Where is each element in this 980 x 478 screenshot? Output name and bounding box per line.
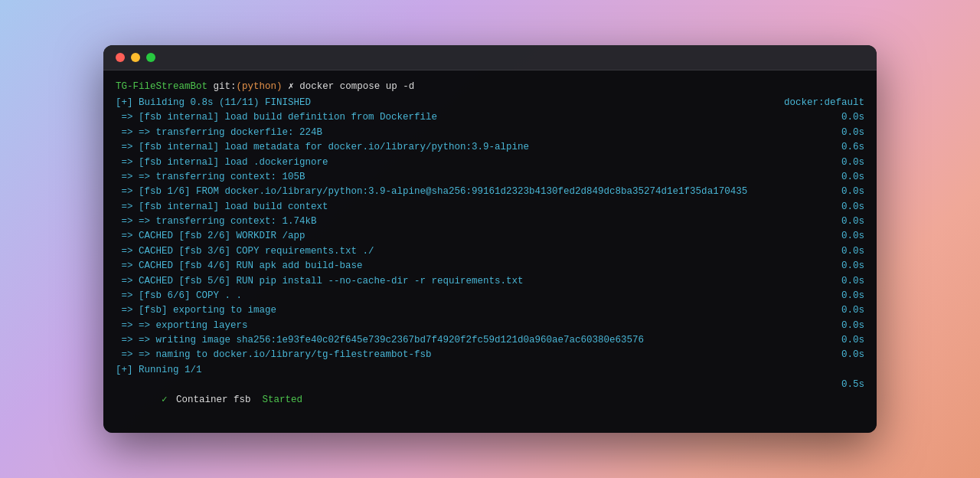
- line-timing: 0.0s: [826, 319, 864, 333]
- line-text: => [fsb internal] load build context: [116, 200, 328, 214]
- maximize-button[interactable]: [146, 53, 155, 62]
- line-timing: 0.0s: [826, 274, 864, 289]
- close-button[interactable]: [116, 53, 125, 62]
- container-line: ✓ Container fsb Started: [116, 378, 302, 422]
- line-text: => => writing image sha256:1e93fe40c02f6…: [116, 333, 644, 348]
- prompt-arrow: ✗: [288, 80, 294, 94]
- check-icon: ✓: [162, 395, 168, 405]
- container-text: Container fsb: [171, 395, 251, 405]
- terminal-line-5: => => transferring context: 105B 0.0s: [116, 170, 864, 185]
- line-timing: 0.0s: [826, 333, 864, 348]
- line-timing: 0.0s: [826, 200, 864, 214]
- terminal-line-14: => [fsb] exporting to image 0.0s: [116, 303, 864, 318]
- terminal-line-2: => => transferring dockerfile: 224B 0.0s: [116, 126, 864, 140]
- terminal-body: TG-FileStreamBot git: (python) ✗ docker …: [103, 70, 877, 434]
- terminal-line-15: => => exporting layers 0.0s: [116, 319, 864, 333]
- terminal-line-building: [+] Building 0.8s (11/11) FINISHED docke…: [116, 96, 864, 110]
- terminal-line-3: => [fsb internal] load metadata for dock…: [116, 140, 864, 155]
- terminal-line-16: => => writing image sha256:1e93fe40c02f6…: [116, 333, 864, 348]
- prompt-command: docker compose up -d: [299, 80, 414, 94]
- line-timing: 0.0s: [826, 289, 864, 303]
- terminal-line-9: => CACHED [fsb 2/6] WORKDIR /app 0.0s: [116, 229, 864, 244]
- line-text: => [fsb internal] load .dockerignore: [116, 156, 328, 170]
- line-text: => [fsb 1/6] FROM docker.io/library/pyth…: [116, 185, 747, 199]
- terminal-line-10: => CACHED [fsb 3/6] COPY requirements.tx…: [116, 244, 864, 259]
- terminal-line-7: => [fsb internal] load build context 0.0…: [116, 200, 864, 214]
- line-timing: 0.0s: [826, 348, 864, 362]
- line-timing: 0.0s: [826, 126, 864, 140]
- prompt-branch: (: [237, 80, 243, 94]
- running-timing: [849, 363, 864, 378]
- terminal-line-1: => [fsb internal] load build definition …: [116, 110, 864, 125]
- prompt-space3: [294, 80, 300, 94]
- prompt-space: [207, 80, 214, 94]
- started-status: Started: [263, 395, 303, 405]
- terminal-line-8: => => transferring context: 1.74kB 0.0s: [116, 214, 864, 229]
- container-timing: 0.5s: [826, 378, 864, 422]
- terminal-titlebar: [103, 45, 877, 70]
- terminal-line-17: => => naming to docker.io/library/tg-fil…: [116, 348, 864, 362]
- line-timing: 0.6s: [826, 140, 864, 155]
- line-text: => [fsb internal] load build definition …: [116, 110, 437, 125]
- building-text: [+] Building 0.8s (11/11) FINISHED: [116, 96, 311, 110]
- line-timing: 0.0s: [826, 156, 864, 170]
- line-text: => => transferring context: 1.74kB: [116, 214, 317, 229]
- line-text: => => naming to docker.io/library/tg-fil…: [116, 348, 432, 362]
- terminal-window: TG-FileStreamBot git: (python) ✗ docker …: [103, 45, 877, 434]
- prompt-git-label: git:: [214, 80, 237, 94]
- line-timing: 0.0s: [826, 229, 864, 244]
- terminal-line-12: => CACHED [fsb 5/6] RUN pip install --no…: [116, 274, 864, 289]
- prompt-branch-close: ): [276, 80, 283, 94]
- line-timing: 0.0s: [826, 244, 864, 259]
- line-timing: 0.0s: [826, 170, 864, 185]
- terminal-line-container: ✓ Container fsb Started 0.5s: [116, 378, 864, 422]
- line-text: => CACHED [fsb 3/6] COPY requirements.tx…: [116, 244, 374, 259]
- line-text: => [fsb internal] load metadata for dock…: [116, 140, 529, 155]
- line-text: => CACHED [fsb 5/6] RUN pip install --no…: [116, 274, 524, 289]
- prompt-space2: [283, 80, 289, 94]
- line-timing: 0.0s: [826, 303, 864, 318]
- line-timing: 0.0s: [826, 185, 864, 199]
- terminal-line-running: [+] Running 1/1: [116, 363, 864, 378]
- line-timing: 0.0s: [826, 259, 864, 273]
- line-text: => => exporting layers: [116, 319, 248, 333]
- terminal-line-11: => CACHED [fsb 4/6] RUN apk add build-ba…: [116, 259, 864, 273]
- prompt-directory: TG-FileStreamBot: [116, 80, 207, 94]
- line-text: => => transferring dockerfile: 224B: [116, 126, 322, 140]
- docker-default: docker:default: [769, 96, 864, 110]
- prompt-line: TG-FileStreamBot git: (python) ✗ docker …: [116, 80, 864, 94]
- line-timing: 0.0s: [826, 214, 864, 229]
- terminal-line-13: => [fsb 6/6] COPY . . 0.0s: [116, 289, 864, 303]
- line-text: => [fsb 6/6] COPY . .: [116, 289, 242, 303]
- line-text: => CACHED [fsb 2/6] WORKDIR /app: [116, 229, 305, 244]
- minimize-button[interactable]: [131, 53, 140, 62]
- running-text: [+] Running 1/1: [116, 363, 202, 378]
- line-text: => [fsb] exporting to image: [116, 303, 276, 318]
- terminal-line-4: => [fsb internal] load .dockerignore 0.0…: [116, 156, 864, 170]
- line-text: => CACHED [fsb 4/6] RUN apk add build-ba…: [116, 259, 363, 273]
- line-text: => => transferring context: 105B: [116, 170, 305, 185]
- line-timing: 0.0s: [826, 110, 864, 125]
- prompt-branch-name: python: [242, 80, 276, 94]
- terminal-line-6: => [fsb 1/6] FROM docker.io/library/pyth…: [116, 185, 864, 199]
